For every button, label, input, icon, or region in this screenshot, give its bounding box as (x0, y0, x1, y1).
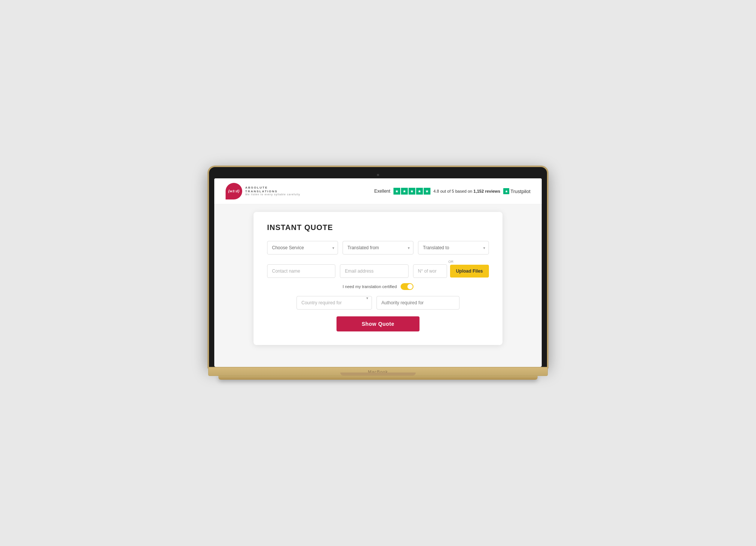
camera-dot (377, 174, 379, 176)
rating-value: 4.8 out of 5 based on (433, 189, 472, 193)
country-authority-row: Country required for ▾ (267, 296, 489, 310)
logo-text-area: ABSOLUTE TRANSLATIONS We listen to every… (245, 186, 300, 196)
logo-line2: TRANSLATIONS (245, 190, 300, 193)
country-select[interactable]: Country required for (297, 296, 372, 310)
certified-label: I need my translation certified (343, 284, 397, 289)
logo-bubble: {w3:d} (226, 183, 242, 199)
authority-input[interactable] (376, 296, 459, 310)
choose-service-select[interactable]: Choose Service (267, 241, 338, 255)
page-main: INSTANT QUOTE Choose Service ▾ (214, 204, 542, 356)
contact-name-input[interactable] (267, 264, 335, 278)
words-input[interactable] (413, 264, 447, 278)
logo-tagline: We listen to every syllable carefully (245, 193, 300, 196)
translated-from-wrapper: Translated from ▾ (343, 241, 413, 255)
star-1: ★ (393, 188, 400, 195)
certified-row: I need my translation certified (267, 283, 489, 290)
or-label: OR (449, 260, 454, 264)
rating-text: 4.8 out of 5 based on 1,152 reviews (433, 189, 500, 193)
country-select-wrapper: Country required for ▾ (297, 296, 372, 310)
row-services: Choose Service ▾ Translated from ▾ (267, 241, 489, 255)
laptop-foot (218, 376, 538, 380)
laptop-bezel: {w3:d} ABSOLUTE TRANSLATIONS We listen t… (208, 166, 548, 368)
translated-to-wrapper: Translated to ▾ (418, 241, 489, 255)
macbook-label: MacBook (368, 370, 388, 374)
laptop-base: MacBook (208, 368, 548, 376)
upload-files-button[interactable]: Upload Files (450, 265, 489, 278)
email-input[interactable] (340, 264, 408, 278)
star-4: ★ (416, 188, 423, 195)
words-col: OR Upload Files (413, 260, 489, 278)
logo-line1: ABSOLUTE (245, 186, 300, 190)
rating-count: 1,152 reviews (473, 189, 500, 193)
certified-toggle[interactable] (401, 283, 413, 290)
star-3: ★ (409, 188, 415, 195)
service-select-wrapper: Choose Service ▾ (267, 241, 338, 255)
stars-row: ★ ★ ★ ★ ★ (393, 188, 430, 195)
screen-content: {w3:d} ABSOLUTE TRANSLATIONS We listen t… (214, 178, 542, 367)
quote-title: INSTANT QUOTE (267, 223, 489, 232)
star-2: ★ (401, 188, 408, 195)
camera-area (214, 172, 542, 178)
laptop-wrapper: {w3:d} ABSOLUTE TRANSLATIONS We listen t… (208, 166, 548, 380)
translated-from-select[interactable]: Translated from (343, 241, 413, 255)
star-5: ★ (424, 188, 430, 195)
show-quote-button[interactable]: Show Quote (337, 316, 419, 331)
page-header: {w3:d} ABSOLUTE TRANSLATIONS We listen t… (214, 178, 542, 204)
logo-icon-text: {w3:d} (228, 189, 240, 193)
trustpilot-logo: ★ Trustpilot (503, 188, 530, 194)
row-contact: OR Upload Files (267, 260, 489, 278)
trustpilot-area: Exellent ★ ★ ★ ★ ★ 4.8 out of 5 based on… (374, 188, 530, 195)
page: {w3:d} ABSOLUTE TRANSLATIONS We listen t… (214, 178, 542, 367)
excellent-label: Exellent (374, 189, 390, 194)
translated-to-select[interactable]: Translated to (418, 241, 489, 255)
logo-area: {w3:d} ABSOLUTE TRANSLATIONS We listen t… (226, 183, 300, 199)
quote-card: INSTANT QUOTE Choose Service ▾ (254, 212, 502, 345)
trustpilot-name: Trustpilot (510, 189, 530, 194)
tp-star-icon: ★ (503, 188, 509, 194)
